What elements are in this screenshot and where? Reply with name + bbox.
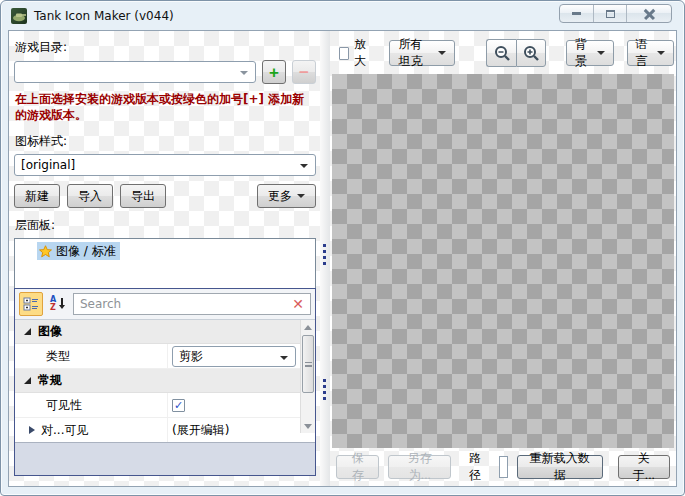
- property-search-input[interactable]: [80, 297, 290, 311]
- game-directory-label: 游戏目录:: [15, 39, 316, 56]
- minimize-button[interactable]: [560, 5, 593, 22]
- expanded-triangle-icon: [24, 377, 31, 384]
- style-actions-row: 新建 导入 导出 更多: [14, 184, 316, 208]
- property-grid-scrollbar[interactable]: [300, 320, 315, 433]
- chevron-down-icon: [240, 71, 248, 75]
- new-style-button[interactable]: 新建: [14, 184, 60, 208]
- type-value: 剪影: [179, 348, 203, 365]
- save-button[interactable]: 保存: [336, 455, 379, 479]
- path-button[interactable]: 路径: [460, 450, 489, 484]
- add-game-button[interactable]: +: [262, 60, 286, 84]
- title-bar: Tank Icon Maker (v044): [1, 1, 684, 30]
- close-button[interactable]: [626, 5, 671, 22]
- property-grid-toolbar: AZ ✕: [15, 289, 315, 320]
- warning-text: 在上面选择安装的游戏版本或按绿色的加号[+] 添加新的游戏版本。: [15, 91, 315, 123]
- splitter-grip-icon: [323, 244, 326, 265]
- window-title: Tank Icon Maker (v044): [34, 9, 174, 23]
- visible-to-expand-editor[interactable]: (展开编辑): [172, 422, 229, 439]
- zoom-out-button[interactable]: [486, 39, 516, 67]
- property-row-visible-to: 对...可见 (展开编辑): [15, 418, 315, 442]
- about-button[interactable]: 关于...: [618, 455, 670, 479]
- caption-button-group: [559, 4, 672, 23]
- categorize-icon: [23, 296, 39, 312]
- property-search-box: ✕: [73, 293, 311, 315]
- zoom-out-icon: [493, 44, 511, 62]
- preview-toolbar: 放大 所有坦克: [330, 39, 674, 67]
- minus-icon: −: [299, 64, 309, 81]
- icon-preview-canvas: [332, 74, 674, 448]
- export-style-button[interactable]: 导出: [120, 184, 166, 208]
- language-dropdown[interactable]: 语言: [627, 40, 674, 66]
- visibility-checkbox[interactable]: ✓: [172, 399, 185, 412]
- panel-splitter[interactable]: [320, 31, 330, 486]
- zoom-in-icon: [522, 44, 540, 62]
- property-rows: 图像 类型 剪影 常规: [15, 320, 315, 442]
- star-icon: [39, 245, 52, 258]
- zoom-checkbox[interactable]: [339, 47, 349, 60]
- import-style-button[interactable]: 导入: [67, 184, 113, 208]
- right-panel: 放大 所有坦克: [330, 31, 676, 486]
- close-icon: [644, 8, 655, 19]
- visibility-label: 可见性: [46, 397, 82, 414]
- chevron-down-icon: [657, 51, 665, 55]
- chevron-down-icon: [297, 194, 305, 198]
- icon-style-value: [original]: [21, 158, 75, 172]
- icon-style-combobox[interactable]: [original]: [14, 154, 316, 176]
- property-row-visibility: 可见性 ✓: [15, 393, 315, 418]
- layer-item[interactable]: 图像 / 标准: [37, 242, 120, 260]
- more-button[interactable]: 更多: [257, 184, 316, 208]
- chevron-down-icon: [438, 51, 446, 55]
- scroll-up-button[interactable]: [301, 320, 315, 334]
- minimize-icon: [572, 12, 581, 15]
- expanded-triangle-icon: [24, 328, 31, 335]
- scrollbar-thumb[interactable]: [302, 335, 314, 393]
- zoom-button-group: [486, 39, 546, 67]
- collapsed-triangle-icon: [29, 426, 35, 434]
- maximize-icon: [606, 10, 615, 18]
- save-as-button[interactable]: 另存为...: [388, 455, 451, 479]
- chevron-down-icon: [280, 356, 288, 360]
- scroll-down-button[interactable]: [301, 419, 315, 433]
- visible-to-label: 对...可见: [41, 422, 88, 439]
- property-grid: AZ ✕ 图像 类型: [14, 288, 316, 476]
- game-directory-combobox[interactable]: [14, 61, 256, 83]
- reload-data-button[interactable]: 重新载入数据: [517, 455, 603, 479]
- property-row-type: 类型 剪影: [15, 344, 315, 369]
- path-template-input[interactable]: [499, 456, 508, 478]
- game-directory-row: + −: [14, 60, 316, 84]
- bottom-action-bar: 保存 另存为... 路径 重新载入数据 关于...: [336, 453, 670, 481]
- sort-alphabetical-button[interactable]: AZ: [46, 292, 70, 316]
- chevron-down-icon: [597, 51, 605, 55]
- left-panel: 游戏目录: + − 在上面选择安装的游戏版本或按绿色的加号[+] 添加新的游戏版…: [9, 31, 320, 486]
- category-image[interactable]: 图像: [15, 320, 315, 344]
- client-area: 游戏目录: + − 在上面选择安装的游戏版本或按绿色的加号[+] 添加新的游戏版…: [8, 30, 677, 487]
- app-tank-icon: [11, 8, 27, 24]
- sort-az-icon: AZ: [50, 296, 66, 312]
- remove-game-button[interactable]: −: [292, 60, 316, 84]
- clear-search-icon[interactable]: ✕: [290, 297, 306, 311]
- type-label: 类型: [46, 348, 70, 365]
- background-dropdown[interactable]: 背景: [566, 40, 613, 66]
- splitter-grip-icon: [323, 379, 326, 400]
- plus-icon: +: [269, 64, 279, 81]
- app-window: Tank Icon Maker (v044) 游戏目录: + − 在上面选择安装…: [0, 0, 685, 496]
- chevron-down-icon: [300, 164, 308, 168]
- scroll-up-icon: [304, 325, 312, 330]
- property-description-area: [15, 442, 315, 475]
- layer-item-label: 图像 / 标准: [56, 243, 116, 260]
- layers-label: 层面板:: [15, 217, 316, 234]
- zoom-in-button[interactable]: [516, 39, 546, 67]
- categorize-button[interactable]: [19, 292, 43, 316]
- scroll-down-icon: [304, 424, 312, 429]
- zoom-checkbox-label: 放大: [354, 36, 372, 70]
- tank-filter-dropdown[interactable]: 所有坦克: [389, 40, 455, 66]
- type-combobox[interactable]: 剪影: [172, 346, 296, 367]
- maximize-button[interactable]: [593, 5, 626, 22]
- category-general[interactable]: 常规: [15, 369, 315, 393]
- thumb-grip-icon: [305, 362, 312, 367]
- icon-style-label: 图标样式:: [15, 133, 316, 150]
